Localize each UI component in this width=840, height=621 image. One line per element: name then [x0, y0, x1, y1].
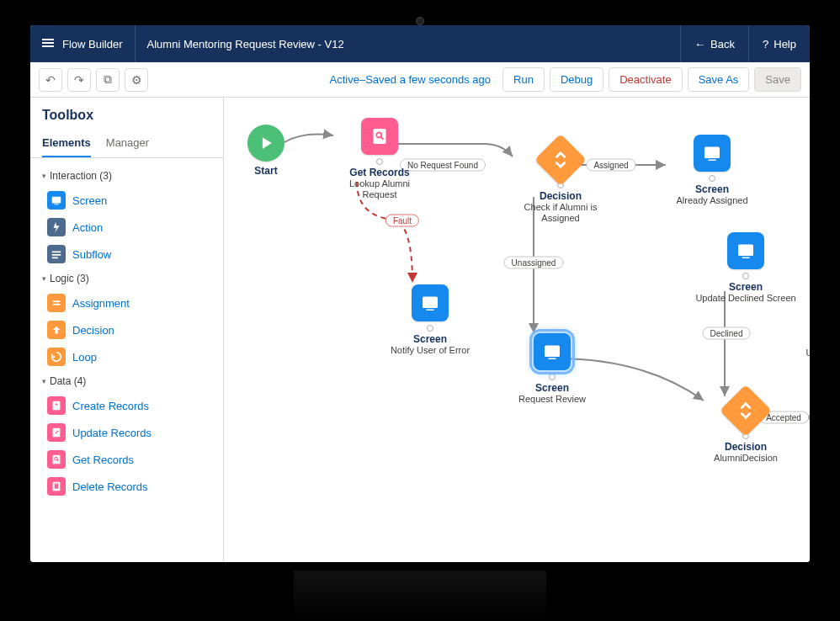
run-button[interactable]: Run [502, 67, 545, 92]
back-label: Back [710, 38, 735, 50]
app-title: Flow Builder [62, 38, 123, 50]
svg-rect-23 [427, 310, 434, 311]
monitor-stand [294, 571, 546, 621]
category-interaction[interactable]: ▾Interaction (3) [35, 165, 218, 187]
palette-update-records[interactable]: Update Records [40, 419, 218, 446]
node-get-records[interactable]: Get Records Lookup Alumni Request [333, 118, 426, 200]
svg-rect-26 [738, 245, 753, 257]
flow-canvas[interactable]: No Request Found Fault Assigned Unassign… [224, 98, 810, 562]
copy-button[interactable]: ⧉ [96, 68, 120, 92]
node-decision-assigned[interactable]: Decision Check if Alumni is Assigned [502, 141, 619, 224]
palette-create-records[interactable]: Create Records [40, 392, 218, 419]
arrow-left-icon: ← [694, 38, 705, 50]
update-records-icon [47, 423, 66, 442]
back-button[interactable]: ← Back [680, 25, 748, 62]
delete-records-icon [47, 477, 66, 496]
loop-icon [47, 348, 66, 366]
connector-label-unassigned: Unassigned [504, 257, 564, 269]
help-button[interactable]: ? Help [748, 25, 810, 62]
svg-rect-9 [56, 403, 57, 406]
palette-delete-records[interactable]: Delete Records [40, 473, 218, 500]
node-decision-alumni[interactable]: Decision AlumniDecision [695, 392, 796, 464]
connector-label-declined: Declined [703, 327, 751, 340]
tab-elements[interactable]: Elements [42, 130, 91, 157]
category-data[interactable]: ▾Data (4) [35, 370, 218, 392]
toolbox-title: Toolbox [30, 98, 223, 130]
get-records-icon [47, 450, 66, 469]
node-start[interactable]: Start [247, 125, 284, 177]
chevron-down-icon: ▾ [42, 172, 46, 180]
save-button[interactable]: Save [754, 67, 801, 92]
svg-rect-25 [549, 358, 556, 360]
palette-loop[interactable]: Loop [40, 343, 218, 370]
svg-rect-16 [54, 484, 58, 485]
flow-icon [42, 39, 56, 49]
settings-button[interactable]: ⚙ [125, 68, 148, 92]
assignment-icon [47, 294, 66, 312]
node-screen-review[interactable]: Screen Request Review [502, 333, 603, 405]
svg-rect-21 [709, 160, 716, 162]
toolbox-sidebar: Toolbox Elements Manager ▾Interaction (3… [30, 98, 224, 562]
action-icon [47, 218, 66, 236]
svg-rect-15 [55, 484, 58, 488]
screen-icon [47, 191, 66, 210]
svg-rect-6 [53, 304, 61, 305]
palette-get-records[interactable]: Get Records [40, 446, 218, 473]
deactivate-button[interactable]: Deactivate [609, 67, 682, 92]
help-label: Help [774, 38, 796, 50]
chevron-down-icon: ▾ [42, 274, 46, 283]
category-logic[interactable]: ▾Logic (3) [35, 268, 218, 289]
svg-rect-20 [704, 147, 720, 159]
palette-screen[interactable]: Screen [40, 187, 218, 214]
subflow-icon [47, 245, 66, 263]
node-screen-confirmed[interactable]: Screen Update Confirmed Screen [805, 287, 810, 358]
chevron-down-icon: ▾ [42, 377, 46, 385]
save-status: Active–Saved a few seconds ago [330, 73, 498, 86]
svg-rect-2 [52, 252, 61, 253]
node-screen-declined[interactable]: Screen Update Declined Screen [691, 232, 800, 304]
toolbar: ↶ ↷ ⧉ ⚙ Active–Saved a few seconds ago R… [30, 62, 810, 98]
palette-decision[interactable]: Decision [40, 316, 218, 343]
flow-name: Alumni Mentoring Request Review - V12 [136, 25, 681, 62]
help-icon: ? [763, 38, 768, 50]
node-screen-error[interactable]: Screen Notify User of Error [375, 284, 485, 356]
svg-rect-24 [545, 346, 560, 358]
debug-button[interactable]: Debug [550, 67, 603, 92]
node-screen-assigned[interactable]: Screen Already Assigned [662, 135, 763, 206]
palette-subflow[interactable]: Subflow [40, 241, 218, 268]
svg-rect-22 [423, 297, 438, 309]
undo-button[interactable]: ↶ [39, 68, 62, 92]
svg-rect-5 [53, 300, 61, 302]
svg-rect-3 [52, 254, 61, 256]
app-header: Flow Builder Alumni Mentoring Request Re… [30, 25, 810, 62]
palette-assignment[interactable]: Assignment [40, 289, 218, 316]
save-as-button[interactable]: Save As [688, 67, 750, 92]
palette-action[interactable]: Action [40, 214, 218, 241]
svg-rect-27 [742, 257, 750, 259]
redo-button[interactable]: ↷ [67, 68, 91, 92]
create-records-icon [47, 396, 66, 415]
node-update-records[interactable]: Update Records Update Alumni Request [805, 388, 810, 459]
tab-manager[interactable]: Manager [106, 130, 149, 157]
decision-icon [47, 321, 66, 339]
connector-label-fault: Fault [385, 215, 419, 227]
app-brand: Flow Builder [30, 25, 136, 62]
svg-rect-4 [52, 257, 58, 259]
svg-rect-17 [374, 129, 386, 144]
svg-rect-0 [52, 197, 61, 204]
webcam [416, 17, 424, 25]
svg-rect-1 [54, 204, 58, 204]
svg-rect-11 [53, 455, 61, 464]
